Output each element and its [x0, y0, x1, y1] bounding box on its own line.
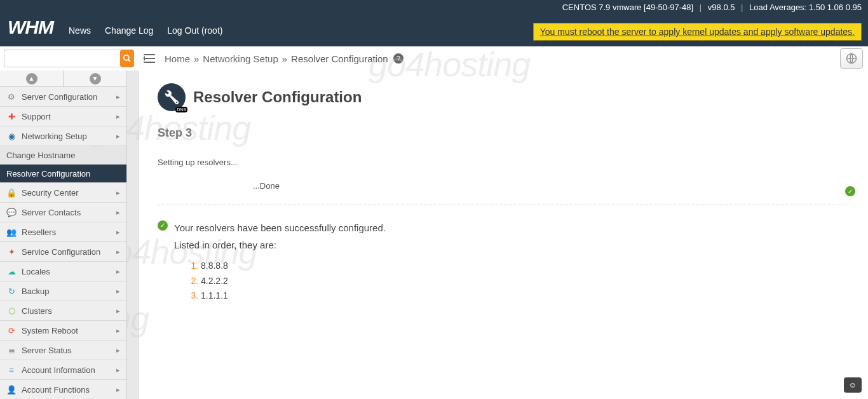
breadcrumb-home[interactable]: Home: [165, 53, 190, 64]
page-title: Resolver Configuration: [193, 88, 362, 106]
search-icon: [123, 54, 132, 63]
sidebar-item-label: Resellers: [22, 227, 56, 237]
success-check-icon: ✓: [158, 220, 168, 231]
resolver-entry: 8.8.8.8: [201, 259, 386, 274]
sidebar-item[interactable]: ⬡ Clusters ▸: [0, 301, 126, 321]
sidebar-item-label: Security Center: [22, 188, 79, 198]
nav-changelog[interactable]: Change Log: [105, 25, 153, 36]
menu-toggle-button[interactable]: [138, 54, 161, 63]
chevron-right-icon: ▸: [116, 267, 120, 276]
reboot-notice-banner[interactable]: You must reboot the server to apply kern…: [533, 23, 862, 41]
chevron-right-icon: ▸: [116, 228, 120, 236]
sidebar-item-label: Networking Setup: [22, 132, 87, 141]
locale-button[interactable]: [840, 48, 863, 69]
sidebar-collapse-row: ▲ ▼: [0, 71, 126, 87]
page-icon: DNS: [158, 83, 186, 111]
sidebar-item-icon: 👤: [5, 384, 18, 395]
breadcrumb-current: Resolver Configuration: [291, 53, 388, 64]
terminal-output: Setting up resolvers... ...Done: [158, 151, 849, 205]
nav-news[interactable]: News: [69, 25, 91, 36]
sidebar-item[interactable]: ⚙ Server Configuration ▸: [0, 87, 126, 107]
sidebar-item-label: Clusters: [22, 306, 52, 316]
chevron-up-icon: ▲: [26, 73, 37, 85]
chevron-right-icon: ▸: [116, 132, 120, 140]
collapse-all-button[interactable]: ▼: [64, 71, 126, 86]
load-label: Load Averages:: [749, 3, 806, 12]
sub-header: Home» Networking Setup» Resolver Configu…: [0, 46, 868, 71]
dns-badge: DNS: [175, 107, 187, 112]
chevron-right-icon: ▸: [116, 112, 120, 121]
terminal-done: ...Done: [158, 175, 849, 198]
sidebar-item-label: Backup: [22, 287, 49, 296]
svg-line-1: [128, 60, 130, 62]
sidebar-item-label: Account Information: [22, 365, 95, 375]
sidebar-item[interactable]: ✚ Support ▸: [0, 107, 126, 126]
sidebar-item[interactable]: 👥 Resellers ▸: [0, 222, 126, 242]
chevron-right-icon: ▸: [116, 208, 120, 217]
search-input[interactable]: [4, 50, 121, 67]
sidebar-scrollbar-track[interactable]: [127, 71, 139, 399]
help-icon[interactable]: ?: [393, 53, 403, 64]
nav-logout[interactable]: Log Out (root): [167, 25, 222, 36]
sidebar-item[interactable]: ≣ Server Status ▸: [0, 341, 126, 360]
sidebar-item-label: Server Status: [22, 346, 72, 355]
sidebar-item[interactable]: 💬 Server Contacts ▸: [0, 203, 126, 222]
expand-all-button[interactable]: ▲: [0, 71, 64, 86]
sidebar-item[interactable]: ↻ Backup ▸: [0, 281, 126, 301]
version-label: v98.0.5: [708, 3, 735, 12]
resolver-list: 8.8.8.84.2.2.21.1.1.1: [201, 259, 386, 304]
sidebar-item-label: Service Configuration: [22, 247, 100, 257]
sidebar-item[interactable]: ≡ Account Information ▸: [0, 360, 126, 380]
sidebar-item-icon: 🔒: [5, 187, 18, 198]
sidebar-item[interactable]: 👤 Account Functions ▸: [0, 380, 126, 399]
main-content: DNS Resolver Configuration Step 3 Settin…: [139, 71, 868, 399]
sidebar-item-label: Server Configuration: [22, 92, 97, 102]
terminal-line: Setting up resolvers...: [158, 158, 238, 167]
success-message: Your resolvers have been successfully co…: [174, 219, 386, 236]
breadcrumb-section[interactable]: Networking Setup: [203, 53, 278, 64]
resolver-entry: 4.2.2.2: [201, 274, 386, 289]
chevron-right-icon: ▸: [116, 366, 120, 374]
sidebar-item-icon: ↻: [5, 286, 18, 296]
sidebar-item-icon: ◉: [5, 131, 18, 141]
top-header: WHM News Change Log Log Out (root) CENTO…: [0, 0, 868, 46]
sidebar-item-icon: 💬: [5, 207, 18, 217]
sidebar-item-icon: ≣: [5, 345, 18, 355]
sidebar-subitem[interactable]: Change Hostname: [0, 146, 126, 165]
whm-logo: WHM: [8, 17, 53, 38]
sidebar-item-icon: ⬡: [5, 306, 18, 316]
chevron-right-icon: ▸: [116, 287, 120, 295]
load-values: 1.50 1.06 0.95: [809, 3, 862, 12]
sidebar-item[interactable]: ◉ Networking Setup ▸: [0, 126, 126, 146]
breadcrumb: Home» Networking Setup» Resolver Configu…: [161, 53, 840, 64]
chevron-right-icon: ▸: [116, 189, 120, 197]
sidebar-item[interactable]: ✦ Service Configuration ▸: [0, 242, 126, 262]
sidebar: ▲ ▼ ⚙ Server Configuration ▸ ✚ Support ▸…: [0, 71, 127, 399]
sidebar-item[interactable]: ☁ Locales ▸: [0, 262, 126, 281]
sidebar-item-icon: ⟳: [5, 325, 18, 335]
chevron-right-icon: ▸: [116, 327, 120, 335]
menu-icon: [144, 54, 155, 63]
sidebar-item[interactable]: 🔒 Security Center ▸: [0, 183, 126, 203]
chat-bubble-button[interactable]: ☺: [844, 377, 862, 393]
sidebar-item-icon: ✚: [5, 111, 18, 121]
os-label: CENTOS 7.9 vmware: [562, 3, 642, 12]
search-wrap: [0, 47, 138, 70]
server-id: [49-50-97-48]: [644, 3, 693, 12]
svg-point-0: [124, 55, 129, 60]
sidebar-item-icon: ✦: [5, 247, 18, 257]
chevron-right-icon: ▸: [116, 386, 120, 394]
sidebar-item[interactable]: ⟳ System Reboot ▸: [0, 321, 126, 341]
sidebar-item-icon: ⚙: [5, 91, 18, 102]
sidebar-subitem[interactable]: Resolver Configuration: [0, 165, 126, 183]
chevron-right-icon: ▸: [116, 307, 120, 315]
chevron-right-icon: ▸: [116, 346, 120, 355]
search-button[interactable]: [120, 50, 134, 67]
top-nav: News Change Log Log Out (root): [69, 25, 222, 36]
sidebar-item-label: System Reboot: [22, 326, 78, 335]
server-status-bar: CENTOS 7.9 vmware [49-50-97-48] | v98.0.…: [562, 3, 862, 12]
sidebar-item-icon: ≡: [5, 365, 18, 375]
globe-icon: [845, 52, 858, 65]
step-label: Step 3: [158, 126, 849, 140]
chevron-right-icon: ▸: [116, 248, 120, 256]
